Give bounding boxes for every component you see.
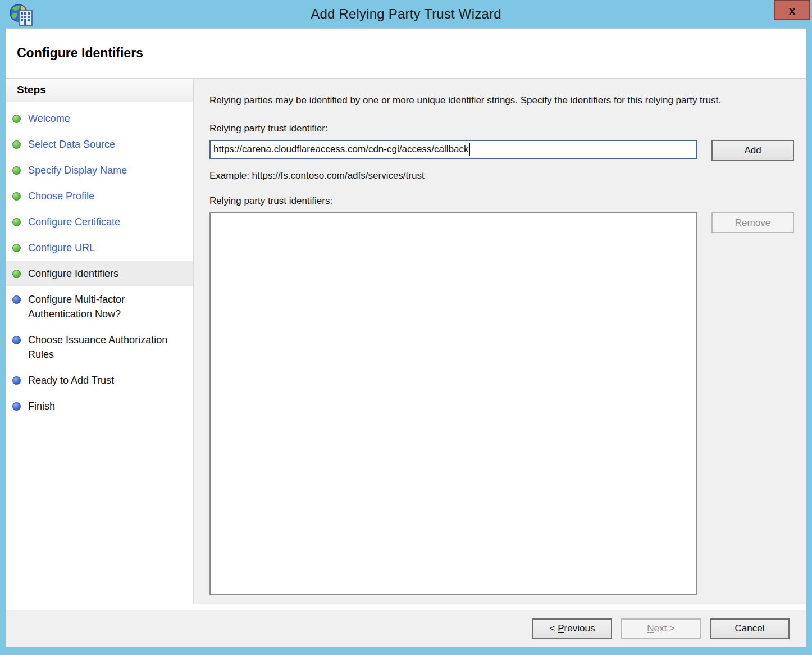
steps-list: Welcome Select Data Source Specify Displ… xyxy=(6,106,193,419)
step-label: Ready to Add Trust xyxy=(28,373,114,388)
step-done-dot-icon xyxy=(12,244,21,252)
sidebar-item-choose-profile[interactable]: Choose Profile xyxy=(6,183,193,209)
wizard-window: Add Relying Party Trust Wizard x Configu… xyxy=(0,0,812,655)
next-button[interactable]: Next > xyxy=(621,618,701,639)
sidebar-item-finish: Finish xyxy=(6,393,193,419)
step-upcoming-dot-icon xyxy=(12,295,21,304)
example-text: Example: https://fs.contoso.com/adfs/ser… xyxy=(209,170,794,181)
identifiers-list-label: Relying party trust identifiers: xyxy=(209,195,794,207)
adfs-app-icon xyxy=(9,3,34,26)
step-current-dot-icon xyxy=(12,270,21,278)
sidebar-item-specify-display-name[interactable]: Specify Display Name xyxy=(6,157,193,183)
sidebar-item-select-data-source[interactable]: Select Data Source xyxy=(6,131,193,157)
step-done-dot-icon xyxy=(12,115,21,123)
step-label: Choose Profile xyxy=(28,189,94,203)
sidebar-item-configure-multi-factor: Configure Multi-factor Authentication No… xyxy=(6,286,193,327)
cancel-button[interactable]: Cancel xyxy=(710,618,790,639)
identifier-input[interactable]: https://carena.cloudflareaccess.com/cdn-… xyxy=(209,140,697,159)
step-label: Specify Display Name xyxy=(28,163,127,178)
step-done-dot-icon xyxy=(12,140,21,149)
previous-button[interactable]: < Previous xyxy=(532,618,612,639)
content-pane: Relying parties may be identified by one… xyxy=(194,79,806,604)
step-label: Configure Identifiers xyxy=(28,266,118,281)
text-caret xyxy=(469,143,470,156)
step-label: Configure Multi-factor Authentication No… xyxy=(28,292,189,321)
description-text: Relying parties may be identified by one… xyxy=(209,93,793,108)
step-label: Choose Issuance Authorization Rules xyxy=(28,333,189,362)
step-upcoming-dot-icon xyxy=(12,376,21,385)
step-done-dot-icon xyxy=(12,192,21,201)
footer-separator xyxy=(6,604,806,610)
close-icon: x xyxy=(789,4,796,16)
sidebar-item-choose-issuance-rules: Choose Issuance Authorization Rules xyxy=(6,327,193,367)
close-button[interactable]: x xyxy=(774,0,810,20)
step-label: Finish xyxy=(28,399,55,413)
step-label: Configure URL xyxy=(28,240,95,255)
identifier-input-value: https://carena.cloudflareaccess.com/cdn-… xyxy=(213,144,468,155)
steps-panel-title: Steps xyxy=(6,79,193,102)
window-title: Add Relying Party Trust Wizard xyxy=(311,6,501,22)
steps-sidebar: Steps Welcome Select Data Source Specify… xyxy=(6,79,194,604)
step-label: Welcome xyxy=(28,111,70,126)
sidebar-item-ready-to-add-trust: Ready to Add Trust xyxy=(6,367,193,393)
titlebar[interactable]: Add Relying Party Trust Wizard x xyxy=(0,0,812,28)
page-title: Configure Identifiers xyxy=(17,46,806,61)
footer-button-bar: < Previous Next > Cancel xyxy=(6,610,806,647)
sidebar-item-configure-url[interactable]: Configure URL xyxy=(6,235,193,261)
add-button[interactable]: Add xyxy=(711,140,794,161)
sidebar-item-configure-certificate[interactable]: Configure Certificate xyxy=(6,209,193,235)
step-upcoming-dot-icon xyxy=(12,402,21,411)
step-done-dot-icon xyxy=(12,218,21,226)
sidebar-item-welcome[interactable]: Welcome xyxy=(6,106,193,131)
step-label: Select Data Source xyxy=(28,137,115,152)
remove-button[interactable]: Remove xyxy=(711,212,794,233)
sidebar-item-configure-identifiers: Configure Identifiers xyxy=(6,261,193,286)
step-done-dot-icon xyxy=(12,166,21,175)
identifier-field-label: Relying party trust identifier: xyxy=(209,123,794,134)
page-header: Configure Identifiers xyxy=(6,28,806,78)
step-upcoming-dot-icon xyxy=(12,336,21,344)
identifiers-listbox[interactable] xyxy=(209,212,697,595)
step-label: Configure Certificate xyxy=(28,215,120,229)
